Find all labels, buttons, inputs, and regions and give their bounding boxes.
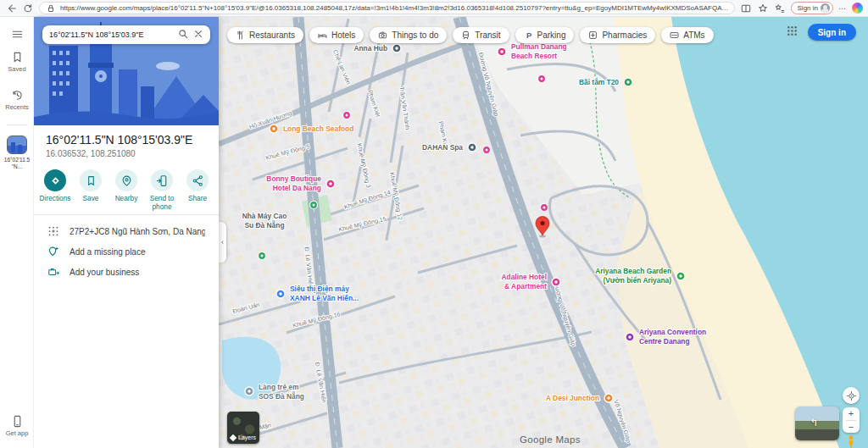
copilot-icon[interactable]: [852, 3, 863, 14]
directions-icon: [44, 169, 66, 191]
poi-label: DAHAN Spa: [422, 143, 463, 152]
browser-menu-icon[interactable]: ⋯: [838, 4, 847, 13]
zoom-in-button[interactable]: +: [843, 407, 860, 420]
add-business-text: Add your business: [70, 268, 139, 277]
poi-label: Long Beach Seafood: [283, 124, 353, 133]
refresh-icon[interactable]: [22, 3, 34, 14]
category-chips: RestaurantsHotelsThings to doTransitPPar…: [227, 27, 714, 43]
plus-code-row[interactable]: 27P2+JC8 Ngũ Hành Sơn, Da Nang: [34, 222, 219, 241]
send-to-phone-button[interactable]: Send to phone: [144, 169, 180, 211]
chip-restaurants[interactable]: Restaurants: [227, 27, 303, 43]
add-missing-place-row[interactable]: Add a missing place: [34, 242, 219, 261]
map-viewport[interactable]: Hồ Xuân HươngChế Lan ViênPhạm KiệtPhạm K…: [219, 17, 868, 448]
poi-label: Bonny Boutique: [266, 174, 321, 183]
google-maps-watermark: Google Maps: [520, 434, 581, 445]
poi-label: Ariyana Beach Garden: [595, 267, 671, 275]
poi-label: Adaline Hotel: [501, 273, 547, 281]
collections-icon[interactable]: [774, 3, 786, 14]
action-row: Directions Save Nearby Send to phone: [37, 169, 215, 211]
active-place-label-1: 16°02'11.5: [0, 157, 34, 163]
pharmacy-icon: [588, 30, 598, 40]
poi-label: Ariyana Convention: [639, 328, 706, 336]
sidebar-item-recents[interactable]: Recents: [0, 89, 34, 111]
zoom-out-button[interactable]: −: [843, 420, 860, 433]
recents-label: Recents: [5, 103, 29, 111]
get-app-button[interactable]: Get app: [0, 415, 34, 437]
attraction-icon: [378, 30, 387, 40]
back-icon[interactable]: [5, 3, 17, 14]
poi-label: XANH Lê Văn Hiến...: [290, 294, 359, 302]
poi-label: Làng trẻ em: [259, 383, 298, 391]
maps-signin-button[interactable]: Sign in: [808, 24, 856, 41]
poi-label: & Apartment: [504, 282, 547, 290]
address-bar[interactable]: https://www.google.com/maps/place/16°02'…: [39, 2, 735, 14]
chip-transit[interactable]: Transit: [453, 27, 509, 43]
chip-pharmacies[interactable]: Pharmacies: [580, 27, 655, 43]
layers-icon: [230, 434, 236, 440]
poi-label: A Desi Junction: [546, 394, 599, 402]
search-icon[interactable]: [178, 27, 188, 42]
search-box: [42, 25, 210, 44]
page-title: 16°02'11.5"N 108°15'03.9"E: [46, 133, 192, 147]
main-menu-button[interactable]: [0, 28, 34, 41]
poi-label: (Vườn biển Ariyana): [603, 276, 671, 285]
url-text[interactable]: https://www.google.com/maps/place/16°02'…: [60, 4, 729, 12]
nearby-pin-icon: [115, 169, 137, 191]
poi-label: Bãi tắm T20: [579, 77, 619, 86]
share-button[interactable]: Share: [180, 169, 215, 211]
layers-button[interactable]: Layers: [227, 412, 259, 444]
street-view-arrow-icon: ↰: [810, 417, 818, 429]
chip-hotels[interactable]: Hotels: [309, 27, 364, 43]
google-apps-icon[interactable]: [787, 25, 798, 40]
plus-code-icon: [47, 225, 59, 237]
coordinates-subtitle: 16.036532, 108.251080: [46, 149, 136, 158]
save-button[interactable]: Save: [73, 169, 108, 211]
bookmark-icon: [80, 169, 102, 191]
add-business-row[interactable]: Add your business: [34, 263, 219, 281]
poi-label: Centre Danang: [639, 337, 690, 346]
street-view-thumbnail[interactable]: ↰: [795, 407, 839, 440]
favorites-star-icon[interactable]: [757, 3, 769, 14]
share-icon: [186, 169, 209, 191]
svg-text:P: P: [526, 30, 532, 40]
site-info-icon[interactable]: [45, 3, 57, 14]
bookmark-icon: [11, 51, 24, 64]
avatar: [821, 3, 830, 13]
browser-signin-label: Sign in: [798, 4, 818, 12]
add-place-text: Add a missing place: [70, 247, 146, 257]
pegman-icon[interactable]: [844, 435, 858, 448]
sidebar-item-saved[interactable]: Saved: [0, 51, 34, 73]
split-screen-icon[interactable]: [740, 3, 752, 14]
search-input[interactable]: [49, 30, 173, 39]
sidebar-item-active-place[interactable]: [7, 136, 27, 154]
poi-label: SOS Đà Nẵng: [259, 391, 304, 401]
poi-label: Siêu thị Điện máy: [290, 285, 349, 293]
rail-divider: [7, 124, 27, 125]
poi-label: Anna Hub: [353, 44, 387, 53]
close-icon[interactable]: [193, 27, 203, 42]
chip-atms[interactable]: ATMs: [661, 27, 713, 43]
browser-signin-button[interactable]: Sign in: [791, 2, 833, 14]
chip-things-to-do[interactable]: Things to do: [370, 27, 447, 43]
directions-button[interactable]: Directions: [37, 169, 73, 211]
layers-label: Layers: [238, 434, 256, 440]
nearby-button[interactable]: Nearby: [108, 169, 144, 211]
poi-label: Su Đà Nẵng: [245, 220, 285, 230]
screen: https://www.google.com/maps/place/16°02'…: [0, 0, 868, 448]
my-location-button[interactable]: [843, 387, 860, 404]
restaurant-icon: [236, 30, 245, 40]
poi-marker[interactable]: Nhà Máy CaoSu Đà Nẵng: [242, 212, 287, 230]
zoom-controls: + −: [843, 407, 860, 433]
divider: [34, 214, 219, 215]
history-icon: [11, 89, 24, 102]
chip-parking[interactable]: PParking: [515, 27, 575, 43]
active-place-label-2: "N...: [0, 163, 34, 170]
hotel-icon: [318, 30, 327, 40]
add-place-icon: [47, 246, 59, 257]
poi-marker[interactable]: Anna Hub: [353, 44, 401, 53]
collapse-panel-button[interactable]: ‹: [219, 222, 226, 263]
transit-icon: [461, 30, 470, 40]
map-canvas[interactable]: Hồ Xuân HươngChế Lan ViênPhạm KiệtPhạm K…: [219, 17, 868, 448]
place-panel: 16°02'11.5"N 108°15'03.9"E 16.036532, 10…: [34, 17, 219, 448]
parking-icon: P: [524, 30, 533, 40]
